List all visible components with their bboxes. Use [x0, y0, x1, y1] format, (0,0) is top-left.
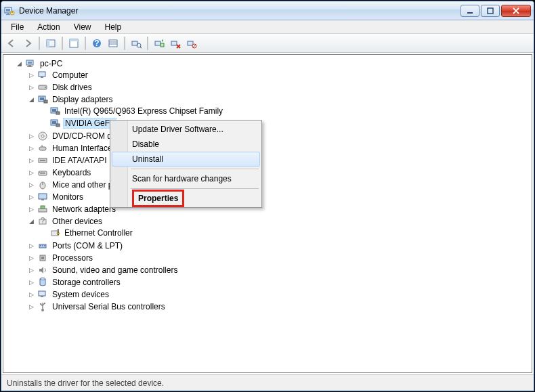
tree-item-disk[interactable]: ▷Disk drives [28, 82, 532, 93]
status-text: Uninstalls the driver for the selected d… [7, 378, 164, 388]
tree-item-computer[interactable]: ▷Computer [28, 70, 532, 81]
svg-rect-9 [47, 40, 49, 47]
svg-rect-57 [41, 199, 44, 200]
svg-rect-50 [39, 172, 41, 173]
tree-item-usb[interactable]: ▷Universal Serial Bus controllers [28, 301, 532, 312]
device-tree-panel[interactable]: ◢ pc-PC ▷Computer ▷Disk drives ◢Display … [3, 54, 532, 373]
menu-action[interactable]: Action [32, 21, 65, 33]
help-tool-button[interactable]: ? [89, 36, 104, 51]
svg-rect-30 [39, 72, 45, 77]
device-manager-window: Device Manager File Action View Help ? [1, 1, 534, 391]
menu-properties[interactable]: Properties [112, 191, 260, 206]
expand-icon[interactable]: ▷ [28, 145, 35, 152]
back-button[interactable] [4, 36, 19, 51]
highlight-box: Properties [132, 190, 184, 207]
svg-rect-59 [41, 206, 45, 209]
disable-device-button[interactable] [184, 36, 199, 51]
expand-icon[interactable]: ▷ [28, 291, 35, 299]
tree-item-dvd[interactable]: ▷DVD/CD-ROM d [28, 131, 532, 141]
collapse-icon[interactable]: ◢ [28, 218, 35, 225]
tree-item-mice[interactable]: ▷Mice and other p [28, 179, 532, 190]
expand-icon[interactable]: ▷ [28, 255, 35, 262]
svg-rect-51 [41, 172, 43, 173]
expand-icon[interactable]: ▷ [28, 194, 35, 201]
storage-icon [37, 277, 48, 288]
tree-label: IDE ATA/ATAPI [51, 156, 108, 165]
tree-label: Universal Serial Bus controllers [51, 302, 167, 311]
svg-rect-22 [171, 41, 177, 45]
tree-root[interactable]: ◢ pc-PC [16, 58, 532, 69]
window-title: Device Manager [19, 6, 461, 16]
menu-view[interactable]: View [68, 21, 97, 33]
tree-item-ports[interactable]: ▷Ports (COM & LPT) [28, 240, 532, 251]
expand-icon[interactable]: ▷ [28, 242, 35, 250]
keyboard-icon [37, 167, 48, 178]
tree-item-display[interactable]: ◢Display adapters [28, 94, 532, 105]
menu-uninstall[interactable]: Uninstall [112, 152, 260, 167]
menu-scan-hardware[interactable]: Scan for hardware changes [112, 171, 260, 186]
scan-hardware-button[interactable] [129, 36, 144, 51]
forward-button[interactable] [20, 36, 35, 51]
expand-icon[interactable]: ▷ [28, 267, 35, 274]
properties-tool-button[interactable] [66, 36, 81, 51]
ports-icon [37, 240, 48, 251]
tree-label: Ethernet Controller [63, 228, 134, 238]
mouse-icon [37, 179, 48, 190]
tree-item-sound[interactable]: ▷Sound, video and game controllers [28, 265, 532, 276]
menu-file[interactable]: File [5, 21, 29, 33]
svg-rect-53 [40, 173, 45, 174]
statusbar: Uninstalls the driver for the selected d… [1, 374, 534, 391]
display-adapter-icon [49, 106, 60, 116]
maximize-button[interactable] [481, 5, 500, 17]
tree-label: Storage controllers [51, 278, 122, 287]
update-driver-button[interactable] [152, 36, 167, 51]
expand-icon[interactable]: ▷ [28, 157, 35, 165]
svg-rect-52 [43, 172, 45, 173]
collapse-icon[interactable]: ◢ [16, 60, 23, 68]
expand-icon[interactable]: ▷ [28, 303, 35, 311]
expand-icon[interactable]: ▷ [28, 206, 35, 213]
tree-item-keyboards[interactable]: ▷Keyboards [28, 167, 532, 178]
tree-item-network[interactable]: ▷Network adapters [28, 204, 532, 215]
computer-icon [25, 58, 36, 69]
svg-point-74 [41, 309, 44, 311]
minimize-button[interactable] [461, 5, 479, 17]
menu-update-driver[interactable]: Update Driver Software... [112, 122, 260, 137]
tree-item-processors[interactable]: ▷Processors [28, 253, 532, 263]
svg-rect-45 [39, 147, 46, 150]
tree-label: Display adapters [51, 95, 114, 104]
svg-rect-35 [40, 97, 44, 100]
svg-rect-56 [39, 194, 47, 199]
menubar: File Action View Help [1, 20, 534, 34]
expand-icon[interactable]: ▷ [28, 181, 35, 189]
separator [39, 37, 40, 50]
view-mode-button[interactable] [106, 36, 121, 51]
usb-icon [37, 301, 48, 312]
menu-disable[interactable]: Disable [112, 137, 260, 152]
tree-item-ethernet-controller[interactable]: ▷!Ethernet Controller [40, 227, 532, 238]
menu-separator [131, 169, 259, 169]
show-hide-tree-button[interactable] [43, 36, 58, 51]
titlebar[interactable]: Device Manager [1, 1, 534, 20]
svg-rect-23 [188, 41, 193, 45]
tree-item-storage[interactable]: ▷Storage controllers [28, 277, 532, 288]
expand-icon[interactable]: ▷ [28, 133, 35, 140]
expand-icon[interactable]: ▷ [28, 72, 35, 79]
tree-item-hid[interactable]: ▷Human Interface [28, 143, 532, 154]
collapse-icon[interactable]: ◢ [28, 96, 35, 104]
tree-item-ide[interactable]: ▷IDE ATA/ATAPI [28, 155, 532, 166]
uninstall-device-button[interactable] [168, 36, 183, 51]
tree-item-other[interactable]: ◢?Other devices [28, 216, 532, 227]
menu-help[interactable]: Help [100, 21, 127, 33]
other-devices-icon: ? [37, 216, 48, 227]
svg-rect-2 [7, 13, 9, 14]
svg-rect-39 [56, 112, 60, 114]
close-button[interactable] [501, 5, 531, 17]
expand-icon[interactable]: ▷ [28, 279, 35, 286]
expand-icon[interactable]: ▷ [28, 84, 35, 91]
expand-icon[interactable]: ▷ [28, 169, 35, 177]
tree-item-intel-display[interactable]: ▷Intel(R) Q965/Q963 Express Chipset Fami… [40, 106, 532, 116]
tree-item-monitors[interactable]: ▷Monitors [28, 192, 532, 202]
svg-rect-3 [6, 14, 10, 15]
tree-item-system[interactable]: ▷System devices [28, 289, 532, 300]
